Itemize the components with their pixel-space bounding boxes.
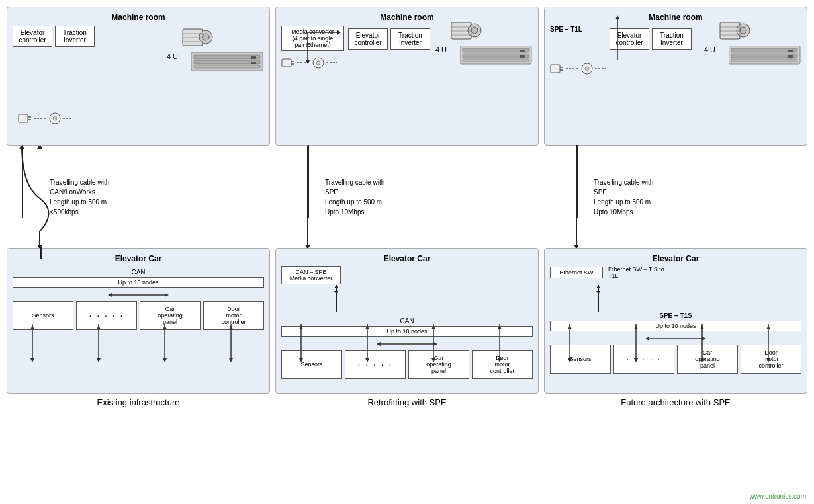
plug-svg-3 bbox=[550, 62, 565, 75]
dash-svg-1b bbox=[63, 117, 73, 120]
svg-marker-103 bbox=[596, 285, 600, 288]
footer-label-2: Retrofitting with SPE bbox=[275, 394, 539, 413]
spe-t1l-label-3: SPE – T1L bbox=[550, 26, 603, 33]
svg-marker-109 bbox=[568, 358, 572, 362]
can-spe-box-2: CAN – SPEMedia converter bbox=[281, 266, 341, 284]
cable-line-down-3 bbox=[576, 145, 578, 218]
elevator-car-retrofitting: Elevator Car CAN – SPEMedia converter CA… bbox=[275, 248, 539, 394]
ec-top-3: Ethernet SW Ethernet SW – TIS toT1L bbox=[550, 266, 801, 279]
ec-top-2: CAN – SPEMedia converter bbox=[281, 266, 533, 284]
svg-marker-31 bbox=[97, 325, 101, 329]
motor-svg-1 bbox=[181, 26, 218, 56]
dash-svg-3 bbox=[566, 67, 579, 70]
svg-marker-119 bbox=[766, 325, 770, 329]
svg-rect-96 bbox=[731, 59, 797, 62]
svg-point-18 bbox=[53, 116, 57, 120]
mr-connectors-3 bbox=[550, 62, 606, 75]
diagrams-row: Machine room Elevatorcontroller Traction… bbox=[7, 7, 807, 497]
svg-marker-33 bbox=[163, 358, 167, 362]
svg-marker-36 bbox=[229, 358, 233, 362]
machine-room-existing: Machine room Elevatorcontroller Traction… bbox=[7, 7, 270, 146]
svg-marker-118 bbox=[766, 358, 770, 362]
svg-rect-95 bbox=[731, 54, 797, 58]
svg-point-84 bbox=[585, 67, 589, 71]
svg-marker-68 bbox=[299, 358, 303, 362]
circle-connector-3 bbox=[580, 62, 594, 75]
svg-marker-75 bbox=[431, 325, 435, 329]
svg-marker-113 bbox=[634, 325, 638, 329]
svg-rect-55 bbox=[463, 59, 529, 62]
svg-marker-62 bbox=[334, 285, 338, 288]
four-u-label-2: 4 U bbox=[435, 46, 447, 54]
eth-sw-box-3: Ethernet SW bbox=[550, 267, 603, 278]
footer-label-3: Future architecture with SPE bbox=[544, 394, 807, 413]
svg-rect-38 bbox=[282, 59, 291, 67]
elevator-car-existing: Elevator Car CAN Up to 10 nodes bbox=[7, 248, 270, 394]
machine-room-title-1: Machine room bbox=[13, 13, 264, 22]
svg-marker-104 bbox=[596, 291, 600, 294]
elevator-car-title-1: Elevator Car bbox=[13, 254, 264, 263]
four-u-label-1: 4 U bbox=[167, 52, 178, 60]
can-section-1: CAN Up to 10 nodes bbox=[13, 269, 264, 300]
node-arrows-svg-1 bbox=[99, 290, 178, 300]
rack-box-2 bbox=[460, 46, 533, 67]
svg-marker-77 bbox=[498, 358, 502, 362]
svg-marker-37 bbox=[229, 325, 233, 329]
plug-svg-1 bbox=[18, 112, 32, 125]
svg-marker-30 bbox=[97, 358, 101, 362]
footer-label-1: Existing infrastructure bbox=[7, 394, 270, 413]
machine-room-title-3: Machine room bbox=[550, 13, 801, 22]
can-label-1: CAN bbox=[13, 269, 264, 276]
mr-left-boxes-1: Elevatorcontroller TractionInverter bbox=[13, 26, 95, 47]
node-arrows-1 bbox=[13, 290, 264, 300]
main-container: Machine room Elevatorcontroller Traction… bbox=[0, 0, 814, 504]
svg-marker-71 bbox=[365, 358, 369, 362]
svg-marker-69 bbox=[299, 325, 303, 329]
svg-rect-9 bbox=[194, 60, 260, 64]
svg-rect-10 bbox=[194, 65, 260, 68]
watermark: www.cntronics.com bbox=[749, 493, 806, 500]
svg-rect-94 bbox=[731, 48, 797, 52]
cable-section-1: Travelling cable withCAN/LonWorksLength … bbox=[7, 146, 270, 248]
circle-connector-1 bbox=[48, 112, 62, 125]
svg-rect-8 bbox=[194, 55, 260, 59]
svg-rect-13 bbox=[19, 114, 28, 122]
mr-inner-3: SPE – T1L bbox=[550, 26, 801, 75]
motor-svg-3 bbox=[719, 19, 755, 49]
cable-arrow-svg-3 bbox=[544, 146, 623, 248]
cable-section-3: Travelling cable withSPELength up to 500… bbox=[544, 146, 807, 248]
svg-marker-74 bbox=[431, 358, 435, 362]
traction-inverter-2: TractionInverter bbox=[390, 28, 430, 50]
rack-svg-3 bbox=[729, 46, 801, 65]
svg-marker-116 bbox=[700, 325, 704, 329]
svg-marker-28 bbox=[30, 325, 34, 329]
vertical-arrows-svg-3 bbox=[545, 324, 807, 364]
rack-svg-1 bbox=[191, 52, 264, 72]
svg-rect-79 bbox=[551, 65, 560, 73]
rack-box-1 bbox=[191, 52, 264, 73]
mr-inner-1: Elevatorcontroller TractionInverter bbox=[13, 26, 264, 47]
elevator-car-title-3: Elevator Car bbox=[550, 254, 801, 263]
elevator-controller-1: Elevatorcontroller bbox=[13, 26, 52, 47]
svg-marker-27 bbox=[30, 358, 34, 362]
nodes-bar-1: Up to 10 nodes bbox=[13, 277, 264, 288]
svg-marker-25 bbox=[165, 293, 169, 297]
vertical-arrows-svg-2 bbox=[276, 324, 538, 364]
svg-rect-54 bbox=[463, 54, 529, 58]
svg-rect-97 bbox=[788, 50, 793, 52]
svg-marker-110 bbox=[568, 325, 572, 329]
diagram-existing: Machine room Elevatorcontroller Traction… bbox=[7, 7, 270, 497]
traction-inverter-1: TractionInverter bbox=[55, 26, 95, 47]
svg-marker-21 bbox=[37, 146, 42, 149]
spe-label-3: SPE – T1S bbox=[550, 312, 801, 319]
elevator-car-future: Elevator Car Ethernet SW Ethernet SW – T… bbox=[544, 248, 807, 394]
rack-box-3 bbox=[729, 46, 801, 67]
cable-arrow-svg-2 bbox=[275, 146, 355, 248]
machine-room-retrofitting: Machine room Media converter(4 pair to s… bbox=[275, 7, 539, 146]
mr-arrow-up-3 bbox=[598, 14, 637, 63]
four-u-label-3: 4 U bbox=[704, 46, 715, 54]
svg-marker-72 bbox=[365, 325, 369, 329]
eth-sw-label-3: Ethernet SW – TIS toT1L bbox=[608, 266, 664, 279]
svg-marker-112 bbox=[634, 358, 638, 362]
traction-inverter-3: TractionInverter bbox=[652, 28, 692, 50]
